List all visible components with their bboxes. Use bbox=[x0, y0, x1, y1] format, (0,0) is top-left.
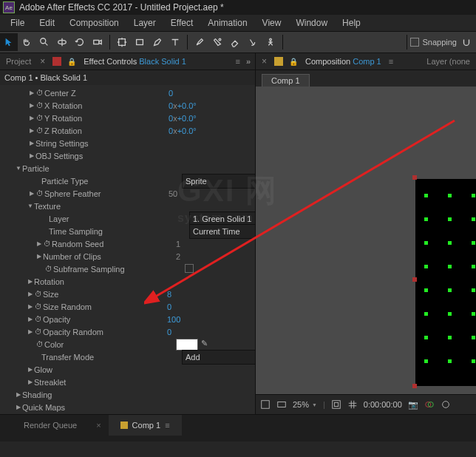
prop-center-z[interactable]: Center Z bbox=[44, 89, 76, 98]
val-y-rot-deg[interactable]: +0.0° bbox=[177, 114, 197, 123]
stopwatch-icon[interactable]: ⏱ bbox=[35, 114, 44, 122]
comp-breadcrumb-tab[interactable]: Comp 1 bbox=[262, 74, 310, 87]
close-tab-icon[interactable]: × bbox=[89, 421, 108, 430]
lock-icon[interactable]: 🔒 bbox=[67, 58, 76, 66]
val-size[interactable]: 8 bbox=[167, 290, 171, 299]
safe-zones-button[interactable] bbox=[331, 399, 341, 410]
roto-tool[interactable] bbox=[244, 33, 262, 51]
rotation-tool[interactable] bbox=[71, 33, 89, 51]
tab-effect-controls[interactable]: Effect Controls Black Solid 1 bbox=[79, 53, 191, 70]
disclosure-icon[interactable]: ▶ bbox=[27, 278, 34, 285]
selection-handle[interactable] bbox=[412, 175, 417, 180]
color-swatch[interactable] bbox=[176, 339, 198, 351]
disclosure-icon[interactable]: ▶ bbox=[28, 152, 35, 159]
close-comp-panel[interactable]: × bbox=[262, 56, 267, 67]
disclosure-icon[interactable]: ▶ bbox=[28, 102, 35, 109]
eraser-tool[interactable] bbox=[226, 33, 244, 51]
snapping-toggle[interactable]: Snapping bbox=[410, 37, 477, 47]
tab-render-queue[interactable]: Render Queue bbox=[12, 415, 89, 436]
val-x-rot-deg[interactable]: +0.0° bbox=[177, 101, 197, 110]
disclosure-icon[interactable]: ▶ bbox=[27, 303, 34, 310]
camera-tool[interactable] bbox=[89, 33, 106, 51]
anchor-point-tool[interactable] bbox=[113, 33, 131, 51]
menu-window[interactable]: Window bbox=[288, 18, 335, 28]
prop-x-rotation[interactable]: X Rotation bbox=[44, 101, 82, 110]
stopwatch-icon[interactable]: ⏱ bbox=[34, 302, 43, 311]
group-particle[interactable]: Particle bbox=[22, 164, 50, 173]
prop-opacity-random[interactable]: Opacity Random bbox=[43, 328, 103, 336]
disclosure-icon[interactable]: ▼ bbox=[27, 203, 34, 209]
type-tool[interactable] bbox=[166, 33, 184, 51]
group-texture[interactable]: Texture bbox=[34, 202, 61, 211]
val-opacity-random[interactable]: 0 bbox=[167, 328, 171, 336]
alpha-button[interactable] bbox=[260, 399, 271, 410]
stopwatch-icon[interactable]: ⏱ bbox=[35, 101, 44, 109]
val-center-z[interactable]: 0 bbox=[169, 89, 173, 98]
group-rotation[interactable]: Rotation bbox=[34, 277, 64, 286]
tab-comp-1[interactable]: Comp 1 ≡ bbox=[109, 415, 182, 436]
tab-project[interactable]: Project bbox=[1, 53, 35, 70]
menu-view[interactable]: View bbox=[255, 18, 289, 28]
disclosure-icon[interactable]: ▶ bbox=[27, 291, 34, 297]
channel-button[interactable] bbox=[424, 399, 435, 410]
stopwatch-icon[interactable]: ⏱ bbox=[35, 89, 44, 97]
disclosure-icon[interactable]: ▶ bbox=[15, 391, 22, 398]
pen-tool[interactable] bbox=[149, 33, 166, 51]
tab-composition[interactable]: Composition Comp 1 bbox=[301, 53, 386, 70]
menu-animation[interactable]: Animation bbox=[200, 18, 254, 28]
menu-layer[interactable]: Layer bbox=[126, 18, 163, 28]
eyedropper-icon[interactable]: ✎ bbox=[201, 339, 208, 348]
disclosure-icon[interactable]: ▶ bbox=[15, 404, 22, 410]
panel-menu-icon[interactable]: ≡ bbox=[386, 57, 396, 66]
grid-button[interactable] bbox=[347, 399, 358, 410]
dropdown-particle-type[interactable]: Sprite▼ bbox=[182, 174, 255, 189]
exposure-button[interactable] bbox=[441, 399, 451, 410]
prop-opacity[interactable]: Opacity bbox=[43, 315, 70, 324]
prop-size-random[interactable]: Size Random bbox=[43, 302, 92, 311]
stopwatch-icon[interactable]: ⏱ bbox=[34, 290, 43, 298]
panel-menu-icon[interactable]: ≡ bbox=[232, 57, 242, 66]
val-size-random[interactable]: 0 bbox=[167, 302, 171, 311]
disclosure-icon[interactable]: ▶ bbox=[28, 115, 35, 121]
brush-tool[interactable] bbox=[191, 33, 208, 51]
panel-menu-icon[interactable]: ≡ bbox=[165, 421, 169, 430]
stopwatch-icon[interactable]: ⏱ bbox=[35, 340, 44, 348]
disclosure-icon[interactable]: ▶ bbox=[28, 140, 35, 146]
snapping-checkbox[interactable] bbox=[410, 38, 419, 47]
disclosure-icon[interactable]: ▶ bbox=[28, 127, 35, 134]
selection-handle[interactable] bbox=[412, 384, 417, 388]
stopwatch-icon[interactable]: ⏱ bbox=[34, 328, 43, 336]
rectangle-tool[interactable] bbox=[131, 33, 149, 51]
selection-tool[interactable] bbox=[0, 33, 18, 51]
menu-help[interactable]: Help bbox=[335, 18, 368, 28]
time-display[interactable]: 0:00:00:00 bbox=[364, 400, 402, 409]
stopwatch-icon[interactable]: ⏱ bbox=[35, 126, 44, 135]
orbit-tool[interactable] bbox=[53, 33, 71, 51]
puppet-tool[interactable] bbox=[262, 33, 279, 51]
dropdown-transfer-mode[interactable]: Add▼ bbox=[182, 350, 255, 365]
group-shading[interactable]: Shading bbox=[22, 390, 52, 399]
disclosure-icon[interactable]: ▶ bbox=[27, 328, 34, 335]
disclosure-icon[interactable]: ▶ bbox=[27, 316, 34, 322]
stopwatch-icon[interactable]: ⏱ bbox=[34, 315, 43, 323]
disclosure-icon[interactable]: ▼ bbox=[15, 165, 22, 172]
menu-edit[interactable]: Edit bbox=[32, 18, 62, 28]
lock-icon[interactable]: 🔒 bbox=[289, 58, 298, 66]
snapshot-button[interactable]: 📷 bbox=[408, 400, 418, 410]
prop-z-rotation[interactable]: Z Rotation bbox=[44, 126, 82, 135]
hand-tool[interactable] bbox=[18, 33, 35, 51]
clone-tool[interactable] bbox=[208, 33, 226, 51]
menu-effect[interactable]: Effect bbox=[163, 18, 200, 28]
resolution-button[interactable] bbox=[276, 399, 287, 410]
dropdown-time-sampling[interactable]: Current Time▼ bbox=[189, 224, 255, 239]
menu-composition[interactable]: Composition bbox=[62, 18, 126, 28]
selection-handle[interactable] bbox=[412, 277, 417, 282]
val-z-rot-deg[interactable]: +0.0° bbox=[177, 126, 197, 135]
tab-layer-none[interactable]: Layer (none bbox=[422, 53, 475, 70]
prop-size[interactable]: Size bbox=[43, 290, 58, 299]
group-string-settings[interactable]: String Settings bbox=[35, 139, 89, 148]
composition-viewer[interactable] bbox=[256, 87, 476, 394]
group-obj-settings[interactable]: OBJ Settings bbox=[35, 152, 83, 160]
disclosure-icon[interactable]: ▶ bbox=[28, 89, 35, 96]
menu-file[interactable]: File bbox=[3, 18, 32, 28]
